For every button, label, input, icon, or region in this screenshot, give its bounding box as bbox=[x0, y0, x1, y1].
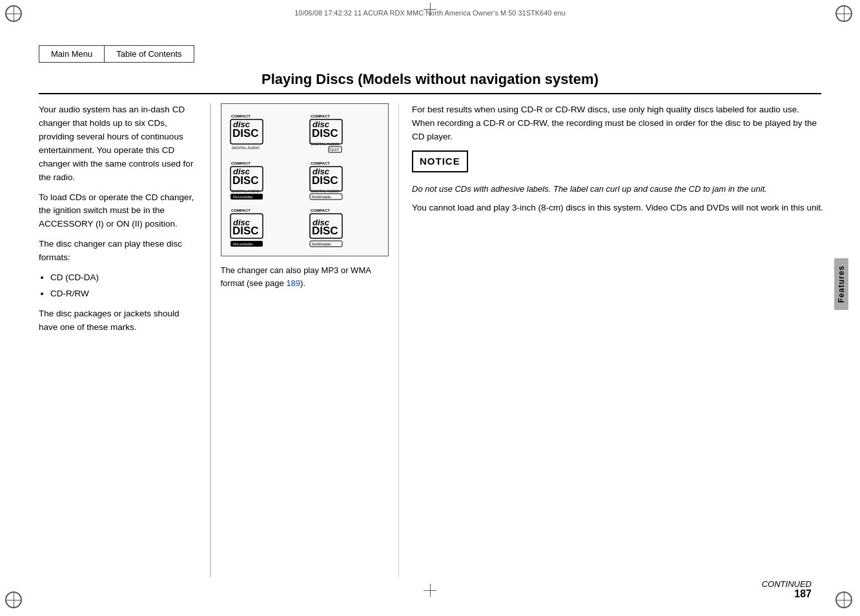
svg-text:DIGITAL AUDIO: DIGITAL AUDIO bbox=[311, 142, 339, 146]
svg-text:COMPACT: COMPACT bbox=[231, 114, 251, 118]
svg-text:Recordable: Recordable bbox=[233, 242, 253, 246]
svg-text:DISC: DISC bbox=[232, 174, 259, 187]
notice-label: NOTICE bbox=[420, 156, 460, 167]
notice-section: NOTICE bbox=[412, 150, 824, 178]
svg-text:Recordable: Recordable bbox=[233, 195, 253, 199]
svg-text:COMPACT: COMPACT bbox=[311, 161, 330, 165]
disc-item-4: COMPACT disc DISC DIGITAL AUDIO ReWritab… bbox=[307, 159, 382, 201]
svg-text:DIGITAL AUDIO: DIGITAL AUDIO bbox=[232, 146, 260, 150]
svg-text:DISC: DISC bbox=[312, 225, 338, 237]
disc-item-3: COMPACT disc DISC DIGITAL AUDIO Recordab… bbox=[228, 159, 302, 201]
continued-text: CONTINUED bbox=[762, 579, 812, 589]
svg-text:COMPACT: COMPACT bbox=[311, 209, 330, 212]
crosshair-bottom bbox=[424, 584, 436, 597]
svg-text:TEXT: TEXT bbox=[329, 148, 340, 152]
main-menu-button[interactable]: Main Menu bbox=[39, 45, 104, 63]
disc-item-1: COMPACT disc DISC DIGITAL AUDIO bbox=[228, 112, 302, 154]
reg-mark-bottom-left bbox=[5, 591, 25, 611]
page-title-area: Playing Discs (Models without navigation… bbox=[39, 71, 821, 94]
disc-item-6: COMPACT disc DISC ReWritable bbox=[307, 206, 382, 248]
nav-area: Main Menu Table of Contents bbox=[39, 45, 194, 63]
toc-button[interactable]: Table of Contents bbox=[104, 45, 194, 63]
list-item-cdr: CD-R/RW bbox=[50, 287, 197, 301]
col-center: COMPACT disc DISC DIGITAL AUDIO COMPACT bbox=[214, 103, 395, 577]
content-area: Your audio system has an in-dash CD chan… bbox=[39, 103, 824, 577]
disc-grid: COMPACT disc DISC DIGITAL AUDIO COMPACT bbox=[228, 112, 382, 248]
page-link[interactable]: 189 bbox=[286, 278, 300, 288]
left-para2: To load CDs or operate the CD changer, t… bbox=[39, 191, 197, 232]
notice-box: NOTICE bbox=[412, 150, 468, 172]
svg-text:COMPACT: COMPACT bbox=[231, 161, 251, 165]
col-right: For best results when using CD-R or CD-R… bbox=[402, 103, 824, 577]
left-para4: The disc packages or jackets should have… bbox=[39, 307, 197, 334]
page-title: Playing Discs (Models without navigation… bbox=[261, 71, 599, 87]
reg-mark-top-right bbox=[835, 5, 855, 25]
disc-format-list: CD (CD-DA) CD-R/RW bbox=[50, 271, 197, 301]
svg-text:DIGITAL AUDIO: DIGITAL AUDIO bbox=[232, 189, 260, 193]
reg-mark-bottom-right bbox=[835, 591, 855, 611]
svg-text:ReWritable: ReWritable bbox=[312, 195, 331, 199]
page-wrapper: 10/06/08 17:42:32 11 ACURA RDX MMC North… bbox=[0, 0, 860, 616]
sidebar-label: Features bbox=[834, 258, 848, 310]
svg-text:DIGITAL AUDIO: DIGITAL AUDIO bbox=[311, 189, 339, 193]
svg-text:COMPACT: COMPACT bbox=[311, 114, 330, 118]
svg-text:DISC: DISC bbox=[312, 127, 338, 139]
list-item-cd: CD (CD-DA) bbox=[50, 271, 197, 285]
svg-text:ReWritable: ReWritable bbox=[312, 242, 331, 246]
meta-line: 10/06/08 17:42:32 11 ACURA RDX MMC North… bbox=[52, 9, 808, 17]
svg-text:DISC: DISC bbox=[312, 174, 338, 187]
svg-text:DISC: DISC bbox=[232, 225, 259, 237]
col-divider-left bbox=[210, 103, 211, 577]
center-caption: The changer can also play MP3 or WMA for… bbox=[221, 264, 389, 289]
svg-text:DISC: DISC bbox=[232, 127, 259, 139]
svg-text:COMPACT: COMPACT bbox=[231, 209, 251, 212]
left-para1: Your audio system has an in-dash CD chan… bbox=[39, 103, 197, 185]
notice-text: Do not use CDs with adhesive labels. The… bbox=[412, 183, 824, 196]
disc-grid-box: COMPACT disc DISC DIGITAL AUDIO COMPACT bbox=[221, 103, 389, 256]
disc-item-5: COMPACT disc DISC Recordable bbox=[228, 206, 302, 248]
left-para3: The disc changer can play these disc for… bbox=[39, 238, 197, 265]
right-para1: For best results when using CD-R or CD-R… bbox=[412, 103, 824, 144]
disc-item-2: COMPACT disc DISC DIGITAL AUDIO TEXT bbox=[307, 112, 382, 154]
right-para2: You cannot load and play 3-inch (8-cm) d… bbox=[412, 201, 824, 215]
reg-mark-top-left bbox=[5, 5, 25, 25]
col-divider-right bbox=[398, 103, 400, 577]
page-number: 187 bbox=[794, 588, 812, 600]
col-left: Your audio system has an in-dash CD chan… bbox=[39, 103, 207, 577]
